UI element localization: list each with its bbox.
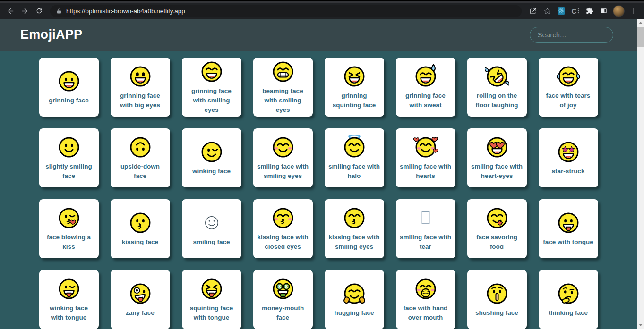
scrollbar-thumb[interactable]	[637, 27, 644, 47]
emoji-name: beaming face with smiling eyes	[255, 86, 311, 115]
emoji-name: zany face	[124, 308, 156, 318]
emoji-card[interactable]: hugging face	[325, 270, 384, 329]
emoji-name: face with hand over mouth	[398, 304, 454, 323]
hearts-emoji-icon	[413, 135, 438, 160]
emoji-name: face savoring food	[469, 233, 525, 252]
emoji-name: grinning face with smiling eyes	[184, 86, 240, 115]
rofl-emoji-icon	[485, 64, 509, 89]
emoji-name: star-struck	[550, 167, 587, 176]
emoji-card[interactable]: zany face	[111, 270, 170, 329]
bookmark-star-icon[interactable]	[542, 5, 552, 17]
app-header: EmojiAPP	[0, 19, 637, 51]
money-emoji-icon: $$	[271, 277, 295, 301]
grin-emoji-icon	[57, 69, 81, 93]
triangle-down-icon	[639, 324, 643, 326]
wink-tongue-emoji-icon	[57, 277, 81, 301]
emoji-name: grinning face with big eyes	[112, 91, 168, 110]
triangle-up-icon	[639, 22, 643, 24]
emoji-name: winking face with tongue	[41, 304, 97, 323]
squint-tongue-emoji-icon	[199, 277, 224, 301]
emoji-name: slightly smiling face	[41, 162, 97, 181]
emoji-card[interactable]: star-struck	[539, 128, 598, 187]
emoji-card[interactable]: smiling face with hearts	[396, 128, 455, 187]
emoji-card[interactable]: smiling face with smiling eyes	[253, 128, 313, 187]
emoji-card[interactable]: kissing face with closed eyes	[253, 199, 313, 258]
think-emoji-icon	[556, 281, 581, 306]
emoji-card[interactable]: $$money-mouth face	[253, 270, 313, 329]
smile-emoji-icon	[57, 135, 81, 160]
react-atom-icon	[558, 7, 565, 15]
emoji-card[interactable]: grinning face with sweat	[396, 58, 455, 117]
emoji-card[interactable]: squinting face with tongue	[182, 270, 241, 329]
emoji-card[interactable]: grinning face	[39, 58, 99, 117]
tofu-emoji-icon	[413, 206, 438, 230]
browser-chrome: https://optimistic-brown-ab4a0b.netlify.…	[0, 0, 644, 19]
lock-icon	[56, 8, 62, 14]
emoji-card[interactable]: kissing face	[111, 199, 170, 258]
scrollbar-up-arrow[interactable]	[637, 19, 644, 26]
kiss-emoji-icon	[128, 211, 153, 235]
hand-over-mouth-emoji-icon	[413, 277, 438, 301]
forward-icon[interactable]	[18, 5, 31, 17]
back-icon[interactable]	[4, 5, 17, 17]
emoji-card[interactable]: beaming face with smiling eyes	[253, 58, 313, 117]
blush-emoji-icon	[271, 135, 295, 160]
app-title: EmojiAPP	[20, 27, 82, 42]
shush-emoji-icon	[485, 281, 509, 306]
kiss-heart-emoji-icon	[57, 206, 81, 230]
emoji-name: squinting face with tongue	[184, 304, 240, 323]
sidebar-toggle-icon[interactable]	[599, 5, 609, 17]
savor-emoji-icon	[485, 206, 509, 230]
emoji-name: face with tongue	[541, 237, 595, 247]
reload-icon[interactable]	[33, 5, 45, 17]
emoji-name: smiling face with hearts	[398, 162, 454, 181]
emoji-name: smiling face with smiling eyes	[255, 162, 311, 181]
emoji-card[interactable]: shushing face	[467, 270, 527, 329]
scrollbar-down-arrow[interactable]	[637, 321, 644, 329]
emoji-name: grinning face	[47, 96, 91, 105]
emoji-card[interactable]: winking face	[182, 128, 241, 187]
emoji-name: face with tears of joy	[541, 91, 596, 110]
emoji-card[interactable]: face with tongue	[539, 199, 598, 258]
emoji-card[interactable]: rolling on the floor laughing	[467, 58, 527, 117]
emoji-card[interactable]: grinning face with big eyes	[111, 58, 170, 117]
emoji-card[interactable]: smiling face with heart-eyes	[467, 128, 527, 187]
emoji-card[interactable]: grinning squinting face	[325, 58, 384, 117]
browser-menu-icon[interactable]	[628, 5, 639, 17]
colorzilla-extension-icon[interactable]: C	[570, 5, 581, 17]
emoji-card[interactable]: smiling face with halo	[325, 128, 384, 187]
emoji-card[interactable]: smiling face with tear	[396, 199, 455, 258]
emoji-card[interactable]: smiling face	[182, 199, 241, 258]
emoji-card[interactable]: face blowing a kiss	[39, 199, 99, 258]
outline-emoji-icon	[199, 211, 224, 235]
emoji-card[interactable]: face with tears of joy	[539, 58, 598, 117]
emoji-card[interactable]: face with hand over mouth	[396, 270, 455, 329]
emoji-card[interactable]: kissing face with smiling eyes	[325, 199, 384, 258]
scrollbar[interactable]	[637, 19, 644, 329]
emoji-name: smiling face	[191, 237, 232, 247]
emoji-card[interactable]: thinking face	[539, 270, 598, 329]
emoji-card[interactable]: slightly smiling face	[39, 128, 99, 187]
address-bar[interactable]: https://optimistic-brown-ab4a0b.netlify.…	[50, 5, 522, 17]
extensions-puzzle-icon[interactable]	[584, 5, 595, 17]
halo-emoji-icon	[342, 135, 367, 160]
url-text: https://optimistic-brown-ab4a0b.netlify.…	[66, 8, 185, 15]
emoji-name: grinning face with sweat	[398, 91, 454, 110]
sweat-emoji-icon	[413, 64, 438, 89]
kiss-closed-emoji-icon	[271, 206, 295, 230]
react-devtools-extension-icon[interactable]	[556, 5, 567, 17]
emoji-card[interactable]: winking face with tongue	[39, 270, 99, 329]
emoji-card[interactable]: grinning face with smiling eyes	[182, 58, 241, 117]
star-eyes-emoji-icon	[556, 140, 581, 164]
search-input[interactable]	[530, 27, 613, 43]
emoji-card[interactable]: face savoring food	[467, 199, 527, 258]
emoji-name: winking face	[190, 167, 232, 176]
squint-emoji-icon	[342, 64, 367, 89]
profile-avatar[interactable]	[613, 5, 625, 17]
tongue-emoji-icon	[556, 211, 581, 235]
share-icon[interactable]	[528, 5, 538, 17]
emoji-name: smiling face with heart-eyes	[469, 162, 525, 181]
zany-emoji-icon	[128, 281, 153, 306]
emoji-name: shushing face	[473, 308, 520, 318]
emoji-card[interactable]: upside-down face	[111, 128, 170, 187]
